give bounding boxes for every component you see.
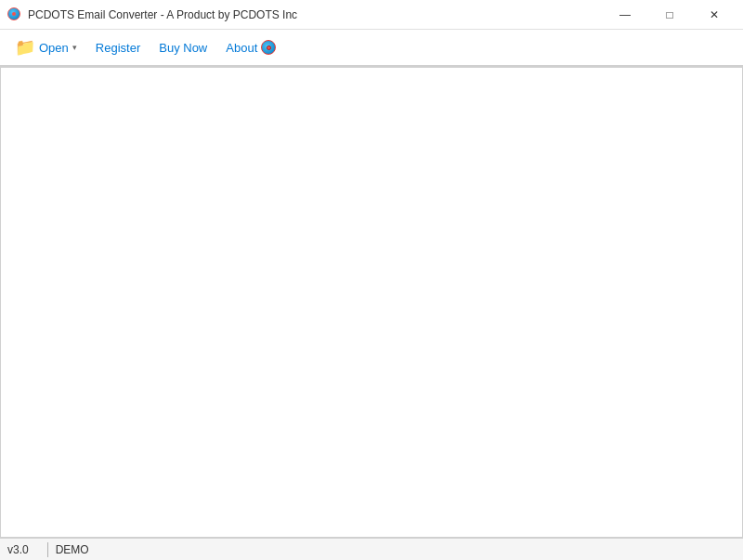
about-icon	[261, 40, 276, 55]
demo-label: DEMO	[56, 543, 89, 556]
title-bar-text: PCDOTS Email Converter - A Product by PC…	[28, 8, 297, 21]
version-label: v3.0	[7, 543, 40, 556]
title-bar-left: PCDOTS Email Converter - A Product by PC…	[7, 7, 297, 22]
title-bar: PCDOTS Email Converter - A Product by PC…	[0, 0, 743, 30]
menu-item-register[interactable]: Register	[88, 37, 148, 59]
folder-icon: 📁	[15, 37, 35, 58]
close-button[interactable]: ✕	[693, 0, 736, 30]
status-bar: v3.0 DEMO	[0, 538, 743, 560]
menu-item-about[interactable]: About	[218, 36, 283, 59]
menu-item-open[interactable]: 📁 Open ▾	[7, 33, 85, 61]
main-content-area	[0, 67, 743, 538]
dropdown-arrow-icon: ▾	[72, 43, 77, 52]
menu-item-buynow[interactable]: Buy Now	[151, 37, 215, 59]
menu-bar: 📁 Open ▾ Register Buy Now About	[0, 30, 743, 67]
buynow-label: Buy Now	[159, 41, 207, 55]
register-label: Register	[96, 41, 140, 55]
open-label: Open	[39, 41, 69, 55]
title-bar-controls: — □ ✕	[604, 0, 736, 30]
status-divider	[47, 542, 48, 557]
minimize-button[interactable]: —	[604, 0, 646, 30]
app-logo-icon	[7, 7, 22, 22]
maximize-button[interactable]: □	[648, 0, 691, 30]
about-label: About	[226, 41, 257, 55]
